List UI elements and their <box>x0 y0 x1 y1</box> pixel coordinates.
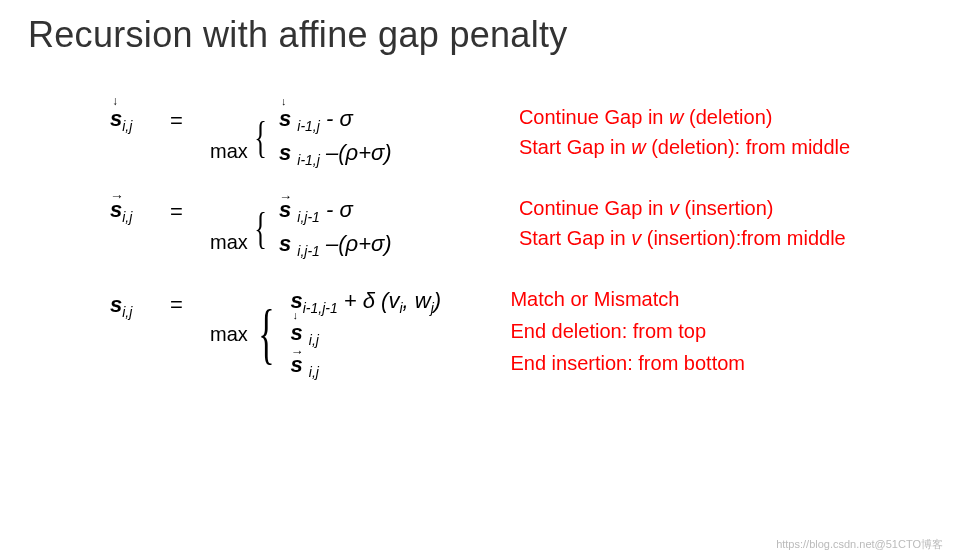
lhs-s-down: ↓ si,j <box>110 106 170 134</box>
max-cases-down: max { ↓ s i-1,j - σ s i-1,j –(ρ+σ) <box>210 106 499 169</box>
notes-insertion: Continue Gap in v (insertion) Start Gap … <box>519 197 846 250</box>
case-match: si-1,j-1 + δ (vi, wj) <box>290 288 510 316</box>
page-title: Recursion with affine gap penalty <box>0 0 953 56</box>
note-start-ins: Start Gap in v (insertion):from middle <box>519 227 846 250</box>
note-end-del: End deletion: from top <box>510 320 745 343</box>
equals-sign: = <box>170 197 210 225</box>
max-cases-mid: max { si-1,j-1 + δ (vi, wj) ↓ s i,j → s … <box>210 288 510 381</box>
equation-block-middle: si,j = max { si-1,j-1 + δ (vi, wj) ↓ s i… <box>110 288 953 381</box>
notes-middle: Match or Mismatch End deletion: from top… <box>510 288 745 375</box>
equals-sign: = <box>170 288 210 318</box>
down-arrow-icon: ↓ <box>292 309 298 321</box>
watermark: https://blog.csdn.net@51CTO博客 <box>776 537 943 552</box>
equals-sign: = <box>170 106 210 134</box>
note-end-ins: End insertion: from bottom <box>510 352 745 375</box>
case-end-ins: → s i,j <box>290 352 510 380</box>
equations-content: ↓ si,j = max { ↓ s i-1,j - σ s i-1,j –(ρ… <box>0 56 953 381</box>
lhs-s-right: → si,j <box>110 197 170 225</box>
case-end-del: ↓ s i,j <box>290 320 510 348</box>
brace-icon: { <box>254 197 267 260</box>
down-arrow-icon: ↓ <box>281 95 287 107</box>
brace-icon: { <box>258 288 274 381</box>
case-continue-del: ↓ s i-1,j - σ <box>279 106 499 134</box>
note-start-del: Start Gap in w (deletion): from middle <box>519 136 850 159</box>
equation-block-insertion: → si,j = max { → s i,j-1 - σ s i,j-1 –(ρ… <box>110 197 953 260</box>
lhs-s-mid: si,j <box>110 288 170 320</box>
notes-deletion: Continue Gap in w (deletion) Start Gap i… <box>519 106 850 159</box>
max-label: max <box>210 231 248 254</box>
case-start-ins: s i,j-1 –(ρ+σ) <box>279 231 499 259</box>
right-arrow-icon: → <box>290 344 300 359</box>
right-arrow-icon: → <box>110 188 121 204</box>
right-arrow-icon: → <box>279 189 289 204</box>
case-continue-ins: → s i,j-1 - σ <box>279 197 499 225</box>
equation-block-deletion: ↓ si,j = max { ↓ s i-1,j - σ s i-1,j –(ρ… <box>110 106 953 169</box>
brace-icon: { <box>254 106 267 169</box>
max-label: max <box>210 140 248 163</box>
max-label: max <box>210 323 248 346</box>
note-match: Match or Mismatch <box>510 288 745 311</box>
note-continue-del: Continue Gap in w (deletion) <box>519 106 850 129</box>
note-continue-ins: Continue Gap in v (insertion) <box>519 197 846 220</box>
down-arrow-icon: ↓ <box>112 94 118 108</box>
max-cases-right: max { → s i,j-1 - σ s i,j-1 –(ρ+σ) <box>210 197 499 260</box>
case-start-del: s i-1,j –(ρ+σ) <box>279 140 499 168</box>
